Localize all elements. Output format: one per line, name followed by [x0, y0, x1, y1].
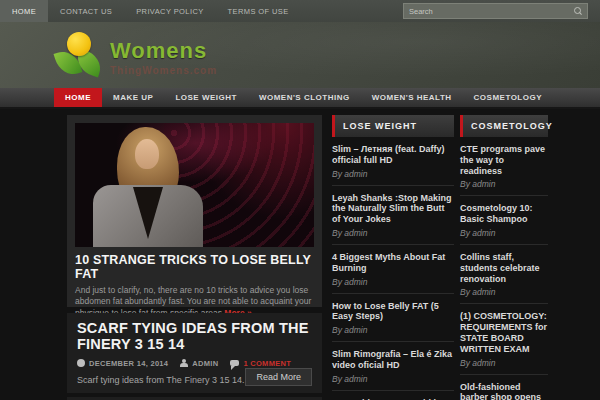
sidebar-post-title[interactable]: Collins staff, students celebrate renova… [460, 252, 548, 284]
sidebar-post-byline: By admin [460, 228, 548, 238]
read-more-button[interactable]: Read More [245, 368, 312, 386]
flower-sun-logo-icon [54, 30, 102, 80]
sidebar-post-byline: By admin [332, 374, 454, 384]
sidebar-post-title[interactable]: How to Lose Belly FAT (5 Easy Steps) [332, 301, 454, 323]
topbar-link-terms[interactable]: TERMS OF USE [216, 0, 301, 22]
sidebar-post[interactable]: Cosmetology 10: Basic Shampoo By admin [460, 196, 548, 245]
post-card: SCARF TYING IDEAS FROM THE FINERY 3 15 1… [67, 313, 322, 393]
sidebar-post[interactable]: How to Lose Belly FAT (5 Easy Steps) By … [332, 294, 454, 343]
post-date: DECEMBER 14, 2014 [89, 359, 168, 368]
topbar-link-privacy[interactable]: PRIVACY POLICY [124, 0, 215, 22]
woman-face [135, 139, 159, 169]
sidebar-post[interactable]: CTE programs pave the way to readiness B… [460, 137, 548, 196]
sidebar-post[interactable]: Slim – Летняя (feat. Daffy) official ful… [332, 137, 454, 186]
widget-title: COSMETOLOGY [460, 115, 548, 137]
nav-item-makeup[interactable]: MAKE UP [102, 88, 164, 107]
sidebar-post[interactable]: Hampshire woman told by doctors to lose … [332, 391, 454, 400]
featured-slider: 10 STRANGE TRICKS TO LOSE BELLY FAT And … [67, 115, 322, 307]
sidebar-post-title[interactable]: Slim – Летняя (feat. Daffy) official ful… [332, 144, 454, 166]
sidebar-post-title[interactable]: Slim Rimografia – Ela é Zika video ofici… [332, 349, 454, 371]
sidebar-post-title[interactable]: Cosmetology 10: Basic Shampoo [460, 203, 548, 225]
clock-icon [77, 359, 85, 367]
topbar-link-contact[interactable]: CONTACT US [48, 0, 124, 22]
content-area: 10 STRANGE TRICKS TO LOSE BELLY FAT And … [0, 111, 600, 400]
widget-title: LOSE WEIGHT [332, 115, 454, 137]
slider-post-title[interactable]: 10 STRANGE TRICKS TO LOSE BELLY FAT [75, 253, 314, 281]
top-utility-bar: HOME CONTACT US PRIVACY POLICY TERMS OF … [0, 0, 600, 22]
sidebar-post-byline: By admin [460, 287, 548, 297]
widget-cosmetology: COSMETOLOGY CTE programs pave the way to… [460, 115, 548, 400]
sidebar-post-title[interactable]: Old-fashioned barber shop opens in Hamle… [460, 382, 548, 400]
nav-item-lose-weight[interactable]: LOSE WEIGHT [164, 88, 248, 107]
author-icon [180, 359, 188, 367]
featured-post-image[interactable] [75, 123, 314, 247]
sidebar-post-byline: By admin [460, 358, 548, 368]
sidebar-post[interactable]: Collins staff, students celebrate renova… [460, 245, 548, 304]
sidebar-post-title[interactable]: 4 Biggest Myths About Fat Burning [332, 252, 454, 274]
topbar-link-home[interactable]: HOME [0, 0, 48, 22]
nav-item-womens-health[interactable]: WOMEN'S HEALTH [361, 88, 463, 107]
sidebar-post-byline: By admin [332, 325, 454, 335]
site-header: Womens ThingWomens.com [0, 22, 600, 88]
search-icon[interactable] [574, 7, 582, 15]
sidebar-post[interactable]: 4 Biggest Myths About Fat Burning By adm… [332, 245, 454, 294]
sidebar-post-byline: By admin [332, 228, 454, 238]
comment-icon [230, 360, 239, 366]
post-comments[interactable]: 1 COMMENT [243, 359, 291, 368]
site-logo[interactable]: Womens ThingWomens.com [54, 30, 217, 80]
nav-item-home[interactable]: HOME [54, 88, 102, 107]
post-meta: DECEMBER 14, 2014 ADMIN 1 COMMENT [77, 359, 312, 368]
sidebar-post-title[interactable]: Leyah Shanks :Stop Making the Naturally … [332, 193, 454, 225]
site-tagline: ThingWomens.com [110, 65, 217, 76]
search-input[interactable] [409, 7, 574, 16]
sidebar-post-title[interactable]: (1) COSMETOLOGY: REQUIREMENTS for STATE … [460, 311, 548, 354]
sidebar-post[interactable]: Slim Rimografia – Ela é Zika video ofici… [332, 342, 454, 391]
widget-lose-weight: LOSE WEIGHT Slim – Летняя (feat. Daffy) … [332, 115, 454, 400]
sidebar-post[interactable]: Old-fashioned barber shop opens in Hamle… [460, 375, 548, 400]
sidebar-post-title[interactable]: CTE programs pave the way to readiness [460, 144, 548, 176]
site-title: Womens [110, 38, 217, 64]
post-author[interactable]: ADMIN [192, 359, 218, 368]
main-navigation: HOME MAKE UP LOSE WEIGHT WOMEN'S CLOTHIN… [0, 88, 600, 109]
sidebar-post-byline: By admin [460, 179, 548, 189]
post-title[interactable]: SCARF TYING IDEAS FROM THE FINERY 3 15 1… [77, 321, 312, 353]
sidebar-post-byline: By admin [332, 277, 454, 287]
sidebar-post[interactable]: (1) COSMETOLOGY: REQUIREMENTS for STATE … [460, 304, 548, 374]
nav-item-cosmetology[interactable]: COSMETOLOGY [463, 88, 553, 107]
sidebar-post[interactable]: Leyah Shanks :Stop Making the Naturally … [332, 186, 454, 245]
search-box [403, 3, 588, 19]
nav-item-womens-clothing[interactable]: WOMEN'S CLOTHING [248, 88, 361, 107]
sidebar-post-byline: By admin [332, 169, 454, 179]
